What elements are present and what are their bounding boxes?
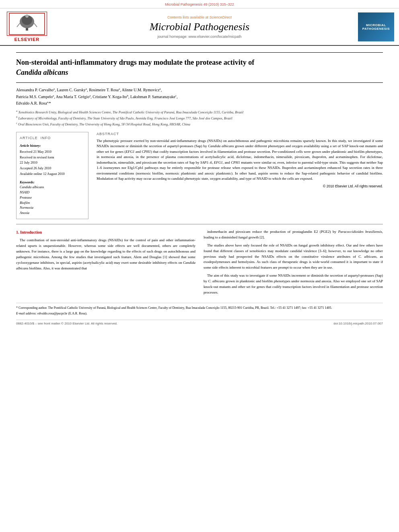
- intro-paragraph-4: The aim of this study was to investigate…: [204, 273, 383, 296]
- elsevier-tree-svg: [9, 13, 45, 35]
- intro-paragraph-3: The studies above have only focused the …: [204, 243, 383, 271]
- footnote-corresponding: * Corresponding author. The Pontifical C…: [16, 306, 383, 310]
- available-date: Available online 12 August 2010: [20, 171, 85, 177]
- journal-logo-right: MICROBIAL PATHOGENESIS: [350, 12, 394, 41]
- keyword-1: Candida albicans: [20, 185, 85, 190]
- affiliation-c: c Oral Biosciences Unit, Faculty of Dent…: [16, 121, 383, 127]
- article-history-label: Article history:: [20, 143, 85, 148]
- article-info-abstract-row: ARTICLE INFO Article history: Received 2…: [16, 132, 383, 219]
- footnote-email: E-mail address: edvaldo.rosa@pucpr.br (E…: [16, 311, 383, 316]
- received-date: Received 21 May 2010: [20, 149, 85, 154]
- revised-date: 22 July 2010: [20, 160, 85, 165]
- bottom-bar: 0882-4010/$ – see front matter © 2010 El…: [16, 320, 383, 327]
- journal-homepage: journal homepage: www.elsevier.com/locat…: [57, 35, 342, 39]
- elsevier-logo-box: [7, 12, 47, 36]
- intro-paragraph-1: The contribution of non-steroidal anti-i…: [16, 238, 195, 271]
- keywords-title: Keywords:: [20, 180, 85, 185]
- article-main-title: Non-steroidal anti-inflammatory drugs ma…: [16, 58, 383, 78]
- abstract-section: ABSTRACT The phenotypic pressure exerted…: [97, 132, 383, 219]
- page-wrapper: Microbial Pathogenesis 49 (2010) 315–322: [0, 0, 399, 333]
- journal-center: Contents lists available at ScienceDirec…: [49, 15, 350, 39]
- article-info-box: ARTICLE INFO Article history: Received 2…: [16, 132, 88, 219]
- journal-citation: Microbial Pathogenesis 49 (2010) 315–322: [0, 0, 399, 8]
- revised-label: Received in revised form: [20, 155, 85, 160]
- keyword-6: Anoxia: [20, 210, 85, 216]
- issn-text: 0882-4010/$ – see front matter © 2010 El…: [16, 322, 117, 325]
- copyright-line: © 2010 Elsevier Ltd. All rights reserved…: [97, 184, 383, 188]
- body-col-left: 1. Introduction The contribution of non-…: [16, 229, 195, 298]
- body-content: 1. Introduction The contribution of non-…: [16, 229, 383, 298]
- intro-paragraph-2: indomethacin and piroxicam reduce the pr…: [204, 229, 383, 240]
- keyword-5: Normoxia: [20, 205, 85, 210]
- sciencedirect-name: ScienceDirect: [210, 15, 232, 19]
- article-info-heading: ARTICLE INFO: [20, 136, 85, 141]
- elsevier-logo: ELSEVIER: [5, 12, 49, 42]
- article-info-column: ARTICLE INFO Article history: Received 2…: [16, 132, 88, 219]
- keywords-section: Keywords: Candida albicans NSAID Proteas…: [20, 180, 85, 216]
- keyword-4: Biofilm: [20, 200, 85, 205]
- keyword-3: Protease: [20, 195, 85, 200]
- affiliations-section: a Xenobiotics Research Unity, Biological…: [16, 109, 383, 127]
- body-col-right: indomethacin and piroxicam reduce the pr…: [204, 229, 383, 298]
- journal-logo-image: MICROBIAL PATHOGENESIS: [358, 12, 394, 41]
- article-content: Non-steroidal anti-inflammatory drugs ma…: [0, 46, 399, 333]
- introduction-heading: 1. Introduction: [16, 229, 195, 236]
- journal-title: Microbial Pathogenesis: [57, 21, 342, 33]
- svg-point-5: [25, 14, 29, 18]
- keyword-2: NSAID: [20, 190, 85, 195]
- accepted-date: Accepted 26 July 2010: [20, 166, 85, 171]
- elsevier-text: ELSEVIER: [14, 37, 39, 42]
- affiliation-b: b Laboratory of Microbiology, Faculty of…: [16, 115, 383, 121]
- doi-text: doi:10.1016/j.micpath.2010.07.007: [333, 322, 383, 325]
- section-divider: [16, 224, 383, 224]
- journal-header: ELSEVIER Contents lists available at Sci…: [0, 8, 399, 46]
- article-title-section: Non-steroidal anti-inflammatory drugs ma…: [16, 52, 383, 83]
- abstract-text: The phenotypic pressure exerted by non-s…: [97, 138, 383, 182]
- sciencedirect-line: Contents lists available at ScienceDirec…: [57, 15, 342, 19]
- authors-section: Alessandra P. Carvalhoa, Lauren C. Gursk…: [16, 87, 383, 107]
- footnote-area: * Corresponding author. The Pontifical C…: [16, 303, 383, 316]
- abstract-heading: ABSTRACT: [97, 132, 383, 136]
- affiliation-a: a Xenobiotics Research Unity, Biological…: [16, 109, 383, 115]
